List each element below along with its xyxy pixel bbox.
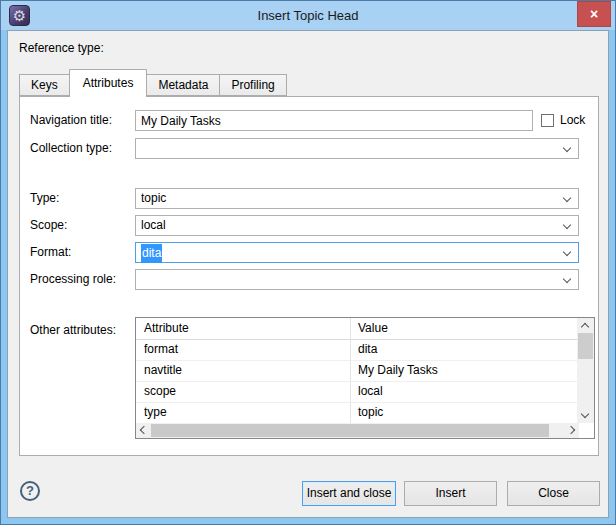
table-cell-value[interactable]: My Daily Tasks	[350, 360, 577, 381]
scope-label: Scope:	[30, 215, 67, 236]
column-header-attribute[interactable]: Attribute	[136, 318, 350, 339]
other-attributes-table[interactable]: Attribute Value format dita navtitle My …	[135, 317, 595, 439]
processing-role-combobox[interactable]	[135, 269, 579, 290]
help-button[interactable]: ?	[20, 481, 40, 501]
format-value-selected-text: dita	[141, 244, 162, 263]
scroll-down-icon[interactable]	[581, 410, 589, 418]
horizontal-scroll-thumb[interactable]	[151, 424, 549, 437]
help-icon: ?	[26, 483, 34, 498]
collection-type-combobox[interactable]	[135, 138, 579, 159]
table-cell-value[interactable]: topic	[350, 402, 577, 423]
horizontal-scrollbar[interactable]	[136, 423, 579, 438]
insert-and-close-button[interactable]: Insert and close	[302, 481, 396, 506]
chevron-down-icon	[563, 221, 571, 229]
tab-bar: Keys Attributes Metadata Profiling	[19, 69, 286, 96]
format-row: Format: dita	[20, 242, 598, 263]
chevron-down-icon	[563, 144, 571, 152]
close-button[interactable]: Close	[507, 481, 600, 506]
scroll-right-icon[interactable]	[567, 426, 575, 434]
scope-value: local	[141, 216, 166, 235]
title-bar[interactable]: ⚙ Insert Topic Head ×	[1, 1, 615, 30]
table-cell-value[interactable]: local	[350, 381, 577, 402]
vertical-scrollbar[interactable]	[577, 318, 594, 423]
table-cell-attribute[interactable]: scope	[136, 381, 350, 402]
insert-button[interactable]: Insert	[404, 481, 497, 506]
type-value: topic	[141, 189, 166, 208]
chevron-down-icon	[563, 194, 571, 202]
lock-checkbox[interactable]	[541, 114, 554, 127]
chevron-down-icon	[563, 275, 571, 283]
dialog-content: Reference type: Keys Attributes Metadata…	[7, 30, 609, 518]
tab-profiling[interactable]: Profiling	[219, 74, 286, 96]
attributes-tab-panel: Navigation title: Lock Collection type: …	[19, 96, 599, 456]
dialog-window: ⚙ Insert Topic Head × Reference type: Ke…	[0, 0, 616, 525]
tab-keys[interactable]: Keys	[19, 74, 70, 96]
table-cell-attribute[interactable]: type	[136, 402, 350, 423]
collection-type-label: Collection type:	[30, 138, 112, 159]
type-label: Type:	[30, 188, 59, 209]
column-header-value[interactable]: Value	[350, 318, 577, 339]
table-cell-attribute[interactable]: navtitle	[136, 360, 350, 381]
format-combobox[interactable]: dita	[135, 242, 579, 263]
other-attributes-label: Other attributes:	[30, 320, 116, 341]
reference-type-label: Reference type:	[19, 41, 104, 55]
processing-role-label: Processing role:	[30, 269, 116, 290]
navigation-title-input[interactable]	[135, 110, 533, 131]
type-row: Type: topic	[20, 188, 598, 209]
table-cell-value[interactable]: dita	[350, 339, 577, 360]
collection-type-row: Collection type:	[20, 138, 598, 159]
close-icon: ×	[590, 6, 598, 22]
close-window-button[interactable]: ×	[577, 1, 611, 27]
table-cell-attribute[interactable]: format	[136, 339, 350, 360]
navigation-title-label: Navigation title:	[30, 110, 112, 131]
scope-row: Scope: local	[20, 215, 598, 236]
lock-label: Lock	[560, 110, 585, 131]
format-label: Format:	[30, 242, 71, 263]
vertical-scroll-thumb[interactable]	[578, 333, 593, 359]
processing-role-row: Processing role:	[20, 269, 598, 290]
navigation-title-row: Navigation title: Lock	[20, 110, 598, 131]
scope-combobox[interactable]: local	[135, 215, 579, 236]
window-title: Insert Topic Head	[1, 1, 615, 30]
tab-metadata[interactable]: Metadata	[146, 74, 220, 96]
type-combobox[interactable]: topic	[135, 188, 579, 209]
chevron-down-icon	[563, 248, 571, 256]
scroll-left-icon[interactable]	[140, 426, 148, 434]
scroll-up-icon[interactable]	[581, 323, 589, 331]
tab-attributes[interactable]: Attributes	[69, 69, 148, 97]
